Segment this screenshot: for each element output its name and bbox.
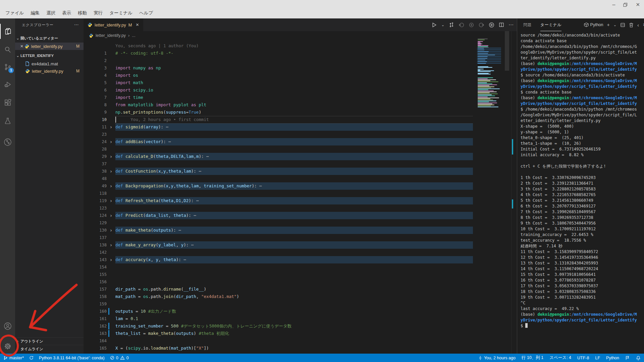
account-icon[interactable] (0, 318, 15, 334)
code-area[interactable]: You, seconds ago | 1 author (You)1# -*- … (84, 42, 517, 354)
code-line[interactable]: 130›def make_theta(outputs): ⋯ (84, 227, 517, 234)
settings-gear-icon[interactable] (0, 339, 15, 354)
code-line[interactable]: 123 (84, 204, 517, 212)
code-line[interactable]: 23 (84, 131, 517, 138)
editor-scrollbar[interactable] (505, 31, 509, 71)
run-cell-icon[interactable] (489, 22, 494, 28)
extensions-icon[interactable] (0, 95, 15, 110)
code-line[interactable]: 118 (84, 190, 517, 197)
open-editor-item[interactable]: ✕ letter_identify.py M (15, 43, 84, 50)
cursor-position[interactable]: 行 10、列 1 (522, 355, 543, 361)
code-line[interactable]: 119›def Refresh_theta(theta,D1,D2): ⋯ (84, 197, 517, 204)
language-indicator[interactable]: Python (606, 356, 619, 360)
restore-button[interactable] (623, 3, 628, 7)
run-dropdown-icon[interactable]: ⌄ (441, 23, 444, 27)
run-debug-icon[interactable] (0, 77, 15, 92)
run-above-icon[interactable] (459, 22, 464, 28)
code-line[interactable]: 24›def addBias(vector): ⋯ (84, 138, 517, 145)
code-line[interactable]: 48 (84, 175, 517, 182)
code-line[interactable]: 143›def accuracy(x, y, theta): ⋯ (84, 256, 517, 263)
close-panel-icon[interactable]: ✕ (643, 22, 644, 27)
menu-item[interactable]: ヘルプ (136, 9, 156, 17)
notifications-bell-icon[interactable] (636, 356, 641, 360)
breadcrumb[interactable]: letter_identify.py › ... (84, 31, 136, 40)
code-line[interactable]: 137 (84, 234, 517, 241)
minimap[interactable] (476, 31, 503, 354)
code-line[interactable]: 157dir_path = os.path.dirname(__file__) (84, 286, 517, 293)
file-item-mat[interactable]: ex4data1.mat (15, 60, 84, 67)
more-actions-icon[interactable]: ⋯ (508, 22, 514, 28)
code-line[interactable]: 162training_set_number = 500 #データセット5000… (84, 322, 517, 330)
timeline-section[interactable]: › タイムライン (15, 345, 84, 353)
minimize-button[interactable]: – (612, 2, 615, 8)
code-line[interactable]: 11›def sigmoid(array): ⋯ (84, 123, 517, 131)
code-line[interactable]: 49›def Backpropagation(x,y,theta,lam, tr… (84, 182, 517, 190)
indentation-indicator[interactable]: スペース: 4 (549, 355, 571, 361)
code-line[interactable]: 163theta_list = make_theta(outputs) #the… (84, 330, 517, 337)
code-line[interactable]: 28 (84, 145, 517, 153)
sync-changes-icon[interactable] (449, 22, 454, 27)
code-line[interactable]: 6import scipy.io (84, 86, 517, 94)
shell-picker[interactable]: Python (584, 22, 603, 27)
code-line[interactable]: 142 (84, 249, 517, 256)
test-beaker-icon[interactable] (0, 113, 15, 128)
menu-item[interactable]: 表示 (59, 9, 74, 17)
blame-line[interactable]: You, seconds ago | 1 author (You) (84, 42, 517, 50)
run-section-icon[interactable] (469, 22, 474, 28)
feedback-flag-icon[interactable] (625, 356, 630, 360)
run-python-file-button[interactable] (431, 22, 437, 28)
encoding-indicator[interactable]: UTF-8 (577, 356, 589, 360)
outline-section[interactable]: › アウトライン (15, 337, 84, 345)
code-line[interactable]: 158mat_path = os.path.join(dir_path, "ex… (84, 293, 517, 300)
code-line[interactable]: 1# -*- coding: utf-8 -*- (84, 50, 517, 57)
eol-indicator[interactable]: LF (595, 356, 600, 360)
run-below-icon[interactable] (479, 22, 484, 28)
code-line[interactable]: 37 (84, 160, 517, 168)
code-line[interactable]: 138›def make_y_array(y_label, y): ⋯ (84, 241, 517, 249)
breadcrumb-file[interactable]: letter_identify.py (96, 33, 126, 38)
split-editor-icon[interactable] (499, 22, 504, 27)
code-line[interactable]: 4import os (84, 72, 517, 79)
terminal-output[interactable]: source /home/dekoi/anaconda3/bin/activat… (517, 31, 644, 354)
explorer-more-actions-icon[interactable]: ⋯ (74, 18, 79, 31)
code-line[interactable]: 160outputs = 10 #出力ノード数 (84, 308, 517, 315)
code-line[interactable]: 3import numpy as np (84, 64, 517, 72)
menu-item[interactable]: ファイル (2, 9, 27, 17)
sync-button[interactable] (29, 356, 34, 360)
git-graph-icon[interactable] (0, 134, 15, 149)
folder-header[interactable]: ⌄ LETTER_IDENTIFY (15, 52, 84, 59)
code-line[interactable]: 161lam = 0.1 (84, 315, 517, 322)
code-line[interactable]: 156 (84, 278, 517, 286)
code-line[interactable]: 165X = (scipy.io.loadmat(mat_path)["X"]) (84, 345, 517, 352)
explorer-icon[interactable] (0, 24, 15, 39)
problems-indicator[interactable]: 0 0 (110, 356, 129, 360)
python-interpreter[interactable]: Python 3.8.11 64-bit ('base': conda) (39, 356, 105, 360)
chevron-left-icon[interactable]: ‹ (637, 22, 639, 28)
code-line[interactable]: 7import time (84, 94, 517, 101)
close-window-button[interactable]: ✕ (636, 2, 640, 8)
source-control-icon[interactable]: 1 (0, 59, 15, 74)
branch-indicator[interactable]: master* (3, 356, 24, 360)
code-line[interactable]: 124›def Predict(data_list, theta): ⋯ (84, 212, 517, 219)
split-terminal-icon[interactable] (620, 22, 625, 27)
code-line[interactable]: 129 (84, 219, 517, 227)
open-editors-header[interactable]: ⌄ 開いているエディター (15, 35, 84, 42)
search-icon[interactable] (0, 42, 15, 57)
menu-item[interactable]: 編集 (27, 9, 43, 17)
code-line[interactable]: 10 You, 2 hours ago • first commit (84, 116, 517, 123)
chevron-down-icon[interactable]: ⌄ (613, 23, 616, 27)
kill-terminal-icon[interactable] (629, 22, 634, 27)
tab-problems[interactable]: 問題 (523, 18, 532, 31)
tab-terminal[interactable]: ターミナル (540, 18, 561, 31)
menu-item[interactable]: 選択 (43, 9, 59, 17)
code-line[interactable]: 38›def CostFunction(x,y,theta,lam): ⋯ (84, 168, 517, 175)
code-line[interactable]: 155 (84, 271, 517, 278)
menu-item[interactable]: 移動 (74, 9, 90, 17)
tab-letter-identify[interactable]: letter_identify.py M ✕ (84, 18, 143, 31)
code-line[interactable]: 29›def calculate_D(theta,DELTA,lam,m): ⋯ (84, 153, 517, 160)
code-line[interactable]: 8from matplotlib import pyplot as plt (84, 101, 517, 109)
code-line[interactable]: 159 (84, 300, 517, 308)
new-terminal-icon[interactable]: + (607, 22, 610, 27)
menu-item[interactable]: 実行 (90, 9, 106, 17)
code-line[interactable]: 9np.set_printoptions(suppress=True) (84, 109, 517, 116)
